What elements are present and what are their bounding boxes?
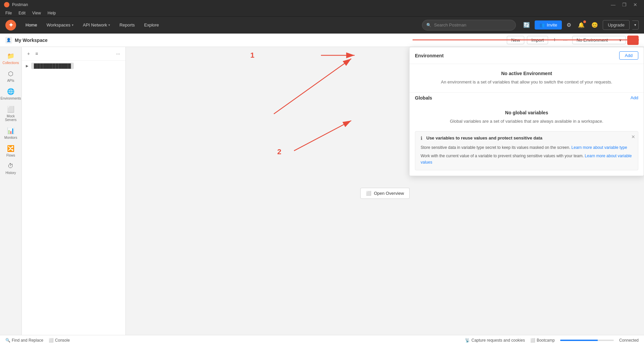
collection-item[interactable]: ▶ ████████████ xyxy=(22,61,125,71)
apis-icon: ⬡ xyxy=(8,70,13,77)
globals-add-link[interactable]: Add xyxy=(631,95,638,100)
globals-section-header: Globals Add xyxy=(410,92,644,103)
profile-icon: 😊 xyxy=(591,22,598,28)
history-icon: ⏱ xyxy=(8,163,14,170)
globals-title: Globals xyxy=(415,95,432,101)
bootcamp-button[interactable]: ⬜ Bootcamp xyxy=(530,338,555,343)
search-bar[interactable]: 🔍 Search Postman xyxy=(422,20,516,31)
connection-status: Connected xyxy=(619,338,639,343)
learn-variable-type-link[interactable]: Learn more about variable type xyxy=(572,145,627,150)
env-panel-title: Environment xyxy=(415,53,444,58)
close-button[interactable]: ✕ xyxy=(631,1,640,8)
nav-right-actions: 🔄 👥 Invite ⚙ 🔔 😊 Upgrade ▾ xyxy=(521,20,639,30)
find-icon: 🔍 xyxy=(5,338,10,343)
svg-line-4 xyxy=(294,121,352,151)
notifications-icon-button[interactable]: 🔔 xyxy=(576,20,587,30)
nav-reports[interactable]: Reports xyxy=(115,20,139,30)
svg-line-3 xyxy=(274,59,351,114)
settings-icon-button[interactable]: ⚙ xyxy=(565,20,573,30)
app-logo xyxy=(4,2,9,7)
console-button[interactable]: ⬜ Console xyxy=(49,338,70,343)
nav-workspaces[interactable]: Workspaces ▾ xyxy=(43,20,77,30)
globals-no-vars-section: No global variables Global variables are… xyxy=(410,103,644,131)
sidebar-item-apis[interactable]: ⬡ APIs xyxy=(1,67,21,85)
menu-help[interactable]: Help xyxy=(45,10,59,16)
postman-logo: ✦ xyxy=(5,20,16,31)
open-overview-button[interactable]: ⬜ Open Overview xyxy=(360,188,410,199)
sidebar-item-environments[interactable]: 🌐 Environments xyxy=(1,85,21,103)
capture-requests-button[interactable]: 📡 Capture requests and cookies xyxy=(465,338,525,343)
mock-servers-icon: ⬜ xyxy=(7,106,14,113)
console-icon: ⬜ xyxy=(49,338,54,343)
menu-view[interactable]: View xyxy=(30,10,44,16)
app-title: Postman xyxy=(12,2,28,7)
nav-links: Home Workspaces ▾ API Network ▾ Reports … xyxy=(21,20,422,30)
upgrade-dropdown-button[interactable]: ▾ xyxy=(632,20,639,30)
environment-selector: No Environment ▾ 👁 xyxy=(572,36,639,45)
more-options-button[interactable]: ··· xyxy=(561,36,570,44)
sidebar-item-monitors[interactable]: 📊 Monitors xyxy=(1,124,21,142)
minimize-button[interactable]: — xyxy=(608,1,618,8)
collection-name: ████████████ xyxy=(31,63,74,69)
annotation-2: 2 xyxy=(277,148,281,156)
main-content: Environment Add No active Environment An… xyxy=(126,47,644,335)
main-layout: 📁 Collections ⬡ APIs 🌐 Environments ⬜ Mo… xyxy=(0,47,644,335)
env-no-active-section: No active Environment An environment is … xyxy=(410,64,644,92)
sidebar-more-button[interactable]: ··· xyxy=(115,50,121,58)
menu-file[interactable]: File xyxy=(3,10,14,16)
import-button[interactable]: Import xyxy=(527,36,548,44)
search-icon: 🔍 xyxy=(426,23,431,27)
sidebar-item-collections[interactable]: 📁 Collections xyxy=(1,50,21,67)
no-globals-desc: Global variables are a set of variables … xyxy=(415,118,638,125)
filter-button[interactable]: ≡ xyxy=(34,50,39,58)
environment-eye-button[interactable]: 👁 xyxy=(627,36,639,45)
environment-dropdown[interactable]: No Environment ▾ xyxy=(572,36,626,44)
no-active-env-title: No active Environment xyxy=(415,71,638,76)
monitors-icon: 📊 xyxy=(7,127,14,134)
find-replace-button[interactable]: 🔍 Find and Replace xyxy=(5,338,43,343)
flows-icon: 🔀 xyxy=(7,145,14,152)
add-tab-button[interactable]: + xyxy=(551,36,558,44)
invite-button[interactable]: 👥 Invite xyxy=(535,20,562,30)
sidebar-item-history[interactable]: ⏱ History xyxy=(1,160,21,177)
bottom-right-actions: 📡 Capture requests and cookies ⬜ Bootcam… xyxy=(465,338,639,343)
profile-icon-button[interactable]: 😊 xyxy=(589,20,600,30)
capture-icon: 📡 xyxy=(465,338,470,343)
upgrade-button[interactable]: Upgrade xyxy=(603,20,630,30)
workspaces-arrow-icon: ▾ xyxy=(72,23,73,27)
sidebar-panel-header: + ≡ ··· xyxy=(22,47,125,61)
notification-badge xyxy=(583,20,586,23)
environments-icon: 🌐 xyxy=(7,88,14,95)
new-button[interactable]: New xyxy=(507,36,524,44)
menu-edit[interactable]: Edit xyxy=(16,10,28,16)
bootcamp-icon: ⬜ xyxy=(530,338,535,343)
invite-icon: 👥 xyxy=(539,22,545,27)
dropdown-arrow-icon: ▾ xyxy=(619,38,622,43)
sidebar-panel: + ≡ ··· ▶ ████████████ xyxy=(22,47,126,335)
bell-icon: 🔔 xyxy=(578,22,585,28)
env-add-button[interactable]: Add xyxy=(619,51,638,60)
settings-icon: ⚙ xyxy=(567,22,571,28)
nav-explore[interactable]: Explore xyxy=(140,20,163,30)
add-collection-button[interactable]: + xyxy=(26,50,31,58)
sync-icon-button[interactable]: 🔄 xyxy=(521,20,532,30)
no-active-env-desc: An environment is a set of variables tha… xyxy=(415,79,638,85)
nav-home[interactable]: Home xyxy=(21,20,41,30)
sidebar-icons: 📁 Collections ⬡ APIs 🌐 Environments ⬜ Mo… xyxy=(0,47,22,335)
maximize-button[interactable]: ❐ xyxy=(620,1,629,8)
progress-fill xyxy=(560,340,598,341)
environment-panel: Environment Add No active Environment An… xyxy=(409,47,644,176)
sidebar-item-mock-servers[interactable]: ⬜ Mock Servers xyxy=(1,103,21,124)
env-panel-header: Environment Add xyxy=(410,47,644,64)
sidebar-item-flows[interactable]: 🔀 Flows xyxy=(1,142,21,160)
info-icon: ℹ xyxy=(421,135,422,141)
workspace-actions: New Import + ··· xyxy=(507,36,570,44)
nav-bar: ✦ Home Workspaces ▾ API Network ▾ Report… xyxy=(0,17,644,34)
api-network-arrow-icon: ▾ xyxy=(108,23,110,27)
title-bar: Postman — ❐ ✕ xyxy=(0,0,644,9)
search-placeholder: Search Postman xyxy=(434,22,466,27)
tip-content: ℹ Use variables to reuse values and prot… xyxy=(421,135,633,166)
tip-close-button[interactable]: ✕ xyxy=(631,134,635,139)
tip-line-2: Work with the current value of a variabl… xyxy=(421,153,633,166)
nav-api-network[interactable]: API Network ▾ xyxy=(79,20,114,30)
